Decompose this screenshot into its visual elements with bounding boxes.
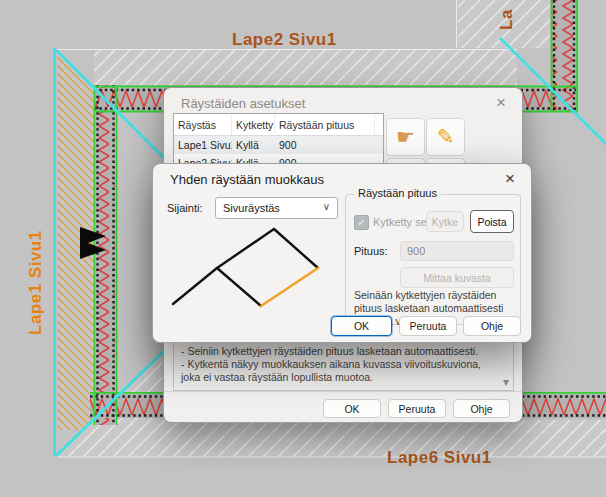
length-label: Pituus: — [354, 245, 388, 257]
location-value: Sivuräystäs — [223, 202, 280, 214]
close-icon[interactable]: × — [497, 167, 523, 191]
length-field[interactable]: 900 — [400, 241, 514, 261]
chevron-down-icon: ∨ — [323, 201, 330, 212]
pick-eave-button[interactable]: ☛ — [386, 118, 425, 156]
ok-button[interactable]: OK — [323, 399, 381, 418]
cancel-button[interactable]: Peruuta — [399, 316, 457, 336]
col-length: Räystään pituus — [275, 114, 375, 135]
col-connected: Kytketty — [232, 114, 275, 135]
divider — [164, 391, 522, 392]
dialog-title: Räystäiden asetukset — [181, 96, 305, 111]
roof-label-lape2: Lape2 Sivu1 — [232, 30, 337, 50]
edit-eave-dialog: Yhden räystään muokkaus × Sijainti: Sivu… — [152, 163, 532, 343]
note-line: - Seiniin kytkettyjen räystäiden pituus … — [181, 345, 495, 358]
remove-button[interactable]: Poista — [470, 210, 514, 233]
selected-eave-segment — [261, 268, 318, 306]
table-row[interactable]: Lape1 Sivu1 Kyllä 900 — [174, 136, 383, 154]
top-gable-hatch — [57, 50, 517, 85]
table-header: Räystäs Kytketty Räystään pituus — [174, 114, 383, 136]
close-icon[interactable]: × — [488, 91, 514, 115]
location-select[interactable]: Sivuräystäs ∨ — [215, 197, 338, 219]
length-value: 900 — [407, 245, 425, 257]
connect-button[interactable]: Kytke — [426, 211, 464, 232]
eave-preview-drawing — [161, 219, 343, 327]
eave-length-group: Räystään pituus ✓ Kytketty seinään Kytke… — [345, 194, 521, 325]
cell-eave: Lape1 Sivu1 — [174, 139, 232, 151]
roof-label-clipped: La — [497, 9, 517, 30]
cell-length: 900 — [275, 139, 375, 151]
measure-from-drawing-button[interactable]: Mittaa kuvasta — [400, 267, 514, 288]
col-eave: Räystäs — [174, 114, 232, 135]
left-eave-band — [96, 85, 115, 425]
help-button[interactable]: Ohje — [463, 316, 521, 336]
bottom-gable-hatch — [163, 420, 606, 457]
location-label: Sijainti: — [167, 202, 202, 214]
pencil-icon: ✎ — [437, 125, 455, 149]
roof-label-lape1: Lape1 Sivu1 — [26, 230, 46, 335]
group-legend: Räystään pituus — [354, 187, 441, 199]
dialog-title: Yhden räystään muokkaus — [170, 172, 324, 187]
ok-button[interactable]: OK — [331, 316, 392, 336]
roof-label-lape6: Lape6 Sivu1 — [387, 448, 492, 468]
cancel-button[interactable]: Peruuta — [388, 399, 446, 418]
cad-viewport: Lape2 Sivu1 Lape1 Sivu1 Lape6 Sivu1 La R… — [0, 0, 606, 497]
edit-eave-button[interactable]: ✎ — [426, 118, 465, 156]
scroll-down-icon[interactable]: ▾ — [503, 376, 509, 388]
cell-connected: Kyllä — [232, 139, 275, 151]
connected-to-wall-checkbox[interactable]: ✓ — [354, 215, 369, 230]
note-line: - Kytkentä näkyy muokkauksen aikana kuva… — [181, 358, 495, 384]
help-button[interactable]: Ohje — [453, 399, 510, 418]
hand-pointer-icon: ☛ — [396, 125, 415, 149]
